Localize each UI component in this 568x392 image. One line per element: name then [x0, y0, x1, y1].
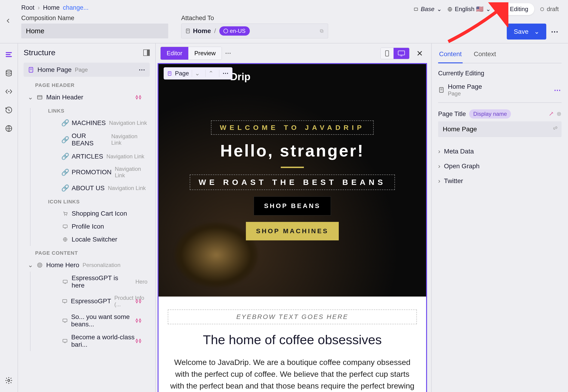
mobile-device-button[interactable] — [381, 48, 394, 59]
data-rail-icon[interactable] — [4, 69, 14, 78]
link-type: Navigation Link — [108, 185, 146, 191]
tree-hero-child-1[interactable]: EspressoGPTProduct Info (... — [44, 292, 150, 310]
link-icon: 🔗 — [62, 168, 69, 176]
section-body[interactable]: Welcome to JavaDrip. We are a boutique c… — [168, 356, 417, 392]
editing-mode-pill[interactable]: Editing — [496, 3, 534, 15]
structure-rail-icon[interactable] — [4, 50, 14, 59]
accordion-twitter[interactable]: ›Twitter — [438, 174, 562, 188]
copy-icon[interactable] — [319, 28, 324, 33]
accordion-label: Meta Data — [444, 148, 474, 155]
tree-link-aboutus[interactable]: 🔗ABOUT USNavigation Link — [44, 182, 150, 195]
svg-rect-20 — [63, 280, 67, 283]
tree-hero-child-2[interactable]: So... you want some beans... — [44, 310, 150, 331]
tree-icon-profile[interactable]: Profile Icon — [44, 220, 150, 233]
chevron-down-icon: ⌄ — [534, 28, 539, 35]
breadcrumb-change-link[interactable]: change... — [63, 4, 88, 11]
structure-title: Structure — [24, 48, 55, 57]
canvas-panel: Editor Preview ⋯ ✕ Page ⌄ ⌃ — [156, 43, 432, 392]
tree-hero-child-0[interactable]: EspressoGPT is hereHero — [44, 272, 150, 292]
toolbar-more-button[interactable]: ⋯ — [225, 50, 232, 57]
link-icon: 🔗 — [62, 153, 69, 160]
page-tab-label: Page — [175, 70, 189, 77]
hero-title[interactable]: Hello, stranger! — [220, 141, 364, 160]
svg-point-7 — [8, 91, 9, 92]
breadcrumb-root[interactable]: Root — [21, 4, 34, 11]
attached-to-box[interactable]: Home / en-US — [181, 24, 328, 38]
composition-name-input[interactable] — [21, 24, 168, 38]
base-selector[interactable]: Base ⌄ — [413, 6, 442, 13]
target-icon[interactable] — [556, 112, 562, 116]
locale-text: en-US — [230, 28, 246, 34]
accordion-opengraph[interactable]: ›Open Graph — [438, 159, 562, 174]
unlink-icon[interactable] — [553, 126, 558, 131]
link-icon: 🔗 — [62, 184, 69, 192]
preview-tab[interactable]: Preview — [188, 47, 222, 60]
content-section[interactable]: EYEBROW TEXT GOES HERE The home of coffe… — [159, 296, 426, 392]
current-menu-button[interactable]: ⋯ — [554, 86, 562, 94]
history-rail-icon[interactable] — [4, 105, 14, 115]
accordion-label: Open Graph — [444, 163, 480, 170]
monitor-icon — [62, 279, 69, 284]
tree-icon-locale[interactable]: Locale Switcher — [44, 233, 150, 246]
tree-link-ourbeans[interactable]: 🔗OUR BEANSNavigation Link — [44, 129, 150, 150]
icon-link-name: Shopping Cart Icon — [72, 210, 127, 217]
link-icon: 🔗 — [62, 136, 69, 143]
locale-chip[interactable]: en-US — [219, 26, 250, 36]
draft-label: draft — [547, 6, 559, 13]
more-menu-button[interactable]: ⋯ — [551, 27, 559, 36]
desktop-device-button[interactable] — [394, 48, 409, 59]
settings-rail-icon[interactable] — [4, 376, 14, 385]
hero-eyebrow[interactable]: WELCOME TO JAVADRIP — [211, 120, 374, 135]
svg-point-10 — [8, 379, 10, 382]
content-tab[interactable]: Content — [438, 48, 463, 63]
section-eyebrow[interactable]: EYEBROW TEXT GOES HERE — [168, 309, 417, 324]
tree-main-header[interactable]: ⌄ Main Header — [24, 91, 150, 104]
editor-tab[interactable]: Editor — [161, 47, 188, 60]
page-floating-tab[interactable]: Page ⌄ ⌃ ⋯ — [164, 67, 233, 80]
page-tab-menu[interactable]: ⋯ — [219, 70, 229, 77]
chevron-down-icon[interactable]: ⌄ — [28, 93, 33, 101]
shop-machines-button[interactable]: SHOP MACHINES — [246, 222, 339, 240]
chevron-up-icon[interactable]: ⌃ — [206, 70, 216, 77]
svg-rect-5 — [320, 29, 323, 32]
code-rail-icon[interactable] — [4, 87, 14, 96]
tree-link-machines[interactable]: 🔗MACHINESNavigation Link — [44, 116, 150, 129]
personalization-icon — [135, 339, 141, 343]
tree-icon-cart[interactable]: Shopping Cart Icon — [44, 207, 150, 220]
tree-hero-child-3[interactable]: Become a world-class bari... — [44, 331, 150, 351]
monitor-icon — [62, 298, 68, 304]
page-title-input[interactable] — [438, 121, 562, 137]
section-title[interactable]: The home of coffee obsessives — [168, 332, 417, 347]
save-button[interactable]: Save ⌄ — [507, 24, 546, 40]
chevron-down-icon[interactable]: ⌄ — [192, 70, 203, 77]
globe-rail-icon[interactable] — [4, 124, 14, 133]
context-tab[interactable]: Context — [473, 48, 497, 63]
page-icon — [438, 87, 445, 93]
tree-link-promotion[interactable]: 🔗PROMOTIONNavigation Link — [44, 163, 150, 182]
svg-rect-21 — [63, 300, 67, 302]
globe-icon — [62, 237, 69, 242]
globe-icon — [447, 7, 452, 12]
breadcrumb-home[interactable]: Home — [43, 4, 60, 11]
device-toggle — [380, 48, 409, 59]
accordion-metadata[interactable]: ›Meta Data — [438, 144, 562, 159]
layout-toggle-icon[interactable] — [143, 49, 150, 56]
link-icon: 🔗 — [62, 119, 69, 127]
svg-rect-23 — [63, 339, 67, 342]
hero-subtitle[interactable]: WE ROAST THE BEST BEANS — [190, 174, 395, 190]
tree-home-hero[interactable]: ⌄ Home Hero Personalization — [24, 258, 150, 272]
chevron-down-icon[interactable]: ⌄ — [28, 261, 33, 269]
svg-point-8 — [9, 91, 10, 92]
hero-section[interactable]: Page ⌄ ⌃ ⋯ Drip WELCOME TO JAVADRIP Hell… — [159, 64, 426, 296]
header-icon — [37, 94, 43, 100]
collapse-panel-button[interactable] — [6, 18, 11, 24]
magic-wand-icon[interactable] — [549, 112, 554, 116]
page-chip-menu[interactable]: ⋯ — [139, 66, 146, 73]
shop-beans-button[interactable]: SHOP BEANS — [254, 196, 331, 215]
close-canvas-button[interactable]: ✕ — [413, 49, 427, 58]
tree-link-articles[interactable]: 🔗ARTICLESNavigation Link — [44, 150, 150, 163]
monitor-icon — [62, 338, 68, 344]
page-chip[interactable]: Home Page Page ⋯ — [24, 63, 150, 77]
layers-icon — [413, 7, 418, 12]
language-selector[interactable]: English 🇺🇸 ⌄ — [447, 6, 491, 13]
